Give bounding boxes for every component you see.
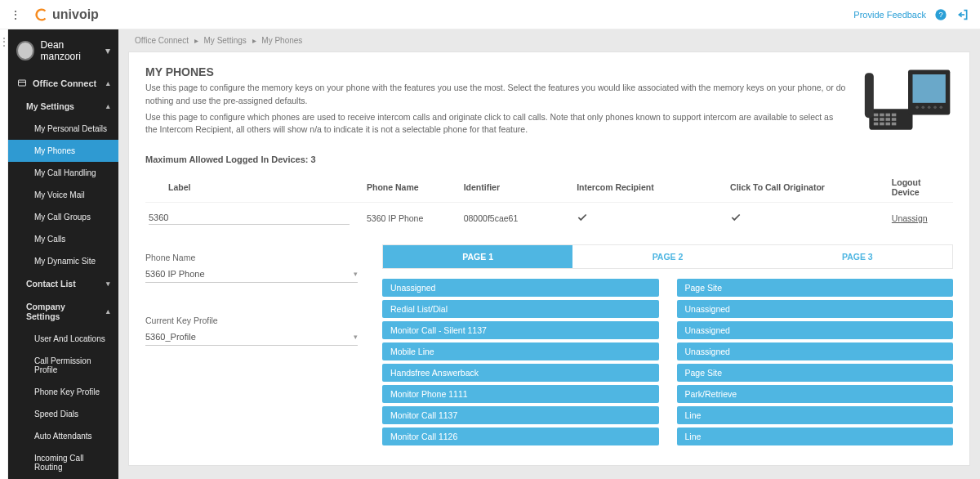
col-label: Label xyxy=(145,172,363,203)
user-menu[interactable]: Dean manzoori ▾ xyxy=(8,29,118,72)
chevron-down-icon: ▾ xyxy=(354,270,358,278)
menu-dots-icon[interactable]: ⋮ xyxy=(10,8,21,21)
memory-key[interactable]: Line xyxy=(677,406,954,424)
svg-rect-4 xyxy=(865,73,874,118)
tab-page-1[interactable]: PAGE 1 xyxy=(383,245,572,268)
memory-key[interactable]: Unassigned xyxy=(382,279,659,297)
dashboard-icon xyxy=(16,78,28,88)
key-column-left: UnassignedRedial List/DialMonitor Call -… xyxy=(382,279,659,445)
user-name: Dean manzoori xyxy=(41,39,99,62)
device-identifier: 08000f5cae61 xyxy=(461,203,573,234)
caret-down-icon: ▾ xyxy=(106,280,110,288)
svg-rect-21 xyxy=(880,123,884,126)
memory-key[interactable]: Monitor Phone 1111 xyxy=(382,385,659,403)
crumb-3: My Phones xyxy=(261,36,302,45)
memory-key[interactable]: Line xyxy=(677,428,954,445)
nav-office-connect[interactable]: Office Connect ▴ xyxy=(8,72,118,95)
page-title: MY PHONES xyxy=(145,65,847,78)
memory-key[interactable]: Page Site xyxy=(677,279,954,297)
nav-incoming-routing[interactable]: Incoming Call Routing xyxy=(8,447,118,478)
crumb-1[interactable]: Office Connect xyxy=(135,36,189,45)
brand-text: univoip xyxy=(52,7,99,22)
tab-page-3[interactable]: PAGE 3 xyxy=(763,245,952,268)
caret-up-icon: ▴ xyxy=(106,102,110,110)
nav-auto-attendants[interactable]: Auto Attendants xyxy=(8,425,118,447)
col-intercom: Intercom Recipient xyxy=(573,172,727,203)
svg-rect-15 xyxy=(892,114,897,117)
caret-up-icon: ▴ xyxy=(106,79,110,87)
svg-rect-18 xyxy=(886,118,891,121)
ctc-check[interactable] xyxy=(727,203,889,234)
nav-personal-details[interactable]: My Personal Details xyxy=(8,118,118,140)
svg-point-7 xyxy=(915,106,919,110)
memory-key[interactable]: Monitor Call - Silent 1137 xyxy=(382,321,659,339)
memory-key[interactable]: Park/Retrieve xyxy=(677,385,954,403)
device-label-input[interactable] xyxy=(149,211,350,225)
logout-icon[interactable] xyxy=(956,8,970,21)
nav-my-calls[interactable]: My Calls xyxy=(8,228,118,250)
svg-point-8 xyxy=(922,106,925,110)
svg-rect-12 xyxy=(874,114,879,117)
svg-point-9 xyxy=(928,106,931,110)
svg-rect-16 xyxy=(874,118,879,121)
memory-key[interactable]: Unassigned xyxy=(677,321,954,339)
device-phone-name: 5360 IP Phone xyxy=(363,203,461,234)
max-devices: Maximum Allowed Logged In Devices: 3 xyxy=(145,154,953,164)
swirl-icon xyxy=(34,7,49,22)
svg-rect-19 xyxy=(892,118,897,121)
brand-logo: univoip xyxy=(34,7,99,22)
memory-key[interactable]: Redial List/Dial xyxy=(382,300,659,318)
nav-phone-key-profile[interactable]: Phone Key Profile xyxy=(8,381,118,403)
memory-key[interactable]: Mobile Line xyxy=(382,342,659,360)
memory-key[interactable]: Unassigned xyxy=(677,342,954,360)
breadcrumb: Office Connect ▸ My Settings ▸ My Phones xyxy=(118,29,980,51)
nav-call-groups[interactable]: My Call Groups xyxy=(8,206,118,228)
nav-company-settings[interactable]: Company Settings ▴ xyxy=(8,295,118,328)
unassign-link[interactable]: Unassign xyxy=(892,213,928,223)
memory-key[interactable]: Handsfree Answerback xyxy=(382,364,659,382)
key-column-right: Page SiteUnassignedUnassignedUnassignedP… xyxy=(677,279,954,445)
svg-rect-17 xyxy=(880,118,884,121)
col-phone-name: Phone Name xyxy=(363,172,461,203)
phone-illustration xyxy=(863,65,953,137)
svg-rect-14 xyxy=(886,114,891,117)
nav-call-permission[interactable]: Call Permission Profile xyxy=(8,350,118,381)
profile-select[interactable]: 5360_Profile ▾ xyxy=(145,329,358,346)
svg-rect-2 xyxy=(19,80,26,86)
page-tabs: PAGE 1 PAGE 2 PAGE 3 xyxy=(382,244,953,269)
nav-my-settings[interactable]: My Settings ▴ xyxy=(8,95,118,118)
avatar xyxy=(16,41,34,60)
col-logout: Logout Device xyxy=(889,172,953,203)
nav-voicemail[interactable]: My Voice Mail xyxy=(8,184,118,206)
nav-speed-dials[interactable]: Speed Dials xyxy=(8,403,118,425)
tab-page-2[interactable]: PAGE 2 xyxy=(572,245,762,268)
svg-point-11 xyxy=(940,106,943,110)
topbar: ⋮ univoip Provide Feedback ? xyxy=(0,0,980,29)
memory-key[interactable]: Monitor Call 1126 xyxy=(382,428,659,445)
phone-name-label: Phone Name xyxy=(145,253,358,262)
col-identifier: Identifier xyxy=(461,172,573,203)
svg-rect-13 xyxy=(880,114,884,117)
intercom-check[interactable] xyxy=(573,203,727,234)
nav-dynamic-site[interactable]: My Dynamic Site xyxy=(8,250,118,272)
help-icon[interactable]: ? xyxy=(934,8,947,21)
phone-name-select[interactable]: 5360 IP Phone ▾ xyxy=(145,266,358,283)
intro-text-2: Use this page to configure which phones … xyxy=(145,111,847,137)
nav-contact-list[interactable]: Contact List ▾ xyxy=(8,272,118,295)
sidebar: Dean manzoori ▾ Office Connect ▴ My Sett… xyxy=(8,29,118,479)
col-ctc: Click To Call Originator xyxy=(727,172,889,203)
nav-users-locations[interactable]: User And Locations xyxy=(8,328,118,350)
svg-point-10 xyxy=(933,106,937,110)
svg-rect-6 xyxy=(913,74,946,103)
content-panel: MY PHONES Use this page to configure the… xyxy=(128,51,970,466)
crumb-2[interactable]: My Settings xyxy=(204,36,247,45)
memory-key[interactable]: Monitor Call 1137 xyxy=(382,406,659,424)
svg-rect-23 xyxy=(892,123,897,126)
memory-key[interactable]: Page Site xyxy=(677,364,954,382)
nav-call-handling[interactable]: My Call Handling xyxy=(8,162,118,184)
collapse-strip[interactable]: ⋮ xyxy=(0,29,8,479)
memory-key[interactable]: Unassigned xyxy=(677,300,954,318)
svg-rect-20 xyxy=(874,123,879,126)
provide-feedback-link[interactable]: Provide Feedback xyxy=(853,10,926,20)
nav-my-phones[interactable]: My Phones xyxy=(8,140,118,162)
